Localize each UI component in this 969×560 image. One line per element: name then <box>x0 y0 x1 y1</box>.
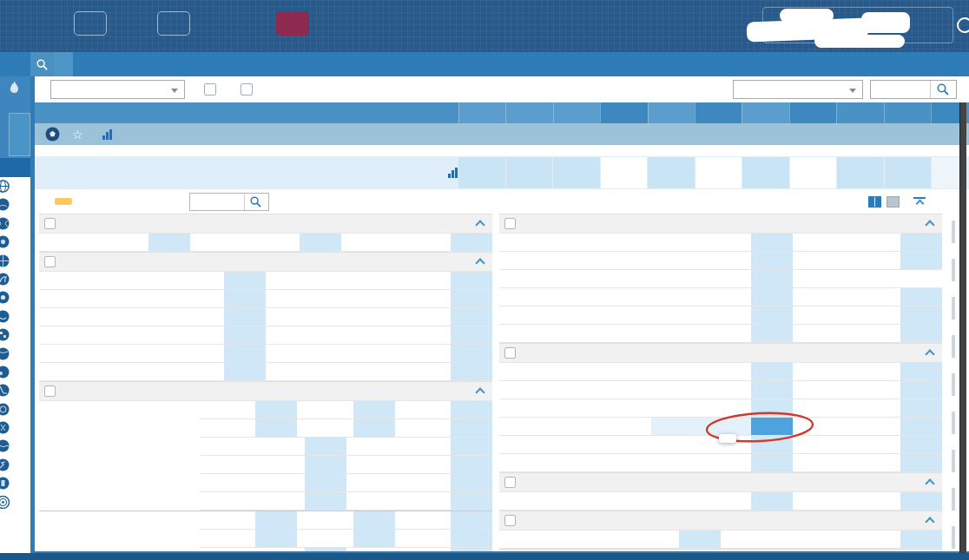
section-checkbox[interactable] <box>504 347 516 359</box>
single-column-view-icon[interactable] <box>887 196 900 208</box>
odd-value[interactable] <box>224 345 266 362</box>
odd-value[interactable] <box>451 456 492 473</box>
odd-value[interactable] <box>255 530 297 547</box>
sidebar-sport-item[interactable] <box>0 381 30 399</box>
odd-value[interactable] <box>224 326 266 344</box>
odd-value[interactable] <box>451 530 492 547</box>
odd-value[interactable] <box>900 363 942 380</box>
collapse-all-icon[interactable] <box>913 197 926 207</box>
period-select[interactable] <box>50 80 185 99</box>
statistics-bars-icon[interactable] <box>448 168 458 178</box>
col-b[interactable] <box>884 102 931 123</box>
star-icon[interactable]: ☆ <box>72 128 83 142</box>
odd-under[interactable] <box>837 157 884 188</box>
section-checkbox[interactable] <box>504 515 516 526</box>
nav-item-score-history[interactable] <box>149 52 168 76</box>
sidebar-sport-item[interactable] <box>0 326 30 344</box>
nav-item-promo[interactable] <box>188 52 207 76</box>
nav-item-results[interactable] <box>111 52 130 76</box>
collapse-section-icon[interactable] <box>475 387 484 397</box>
odd-value[interactable] <box>751 454 793 471</box>
odd-value[interactable] <box>255 419 297 437</box>
odd-1[interactable] <box>458 157 505 188</box>
odd-value[interactable] <box>224 290 266 307</box>
odd-value[interactable] <box>451 272 492 289</box>
nav-search-button[interactable] <box>30 52 54 76</box>
col-2[interactable] <box>553 102 600 123</box>
nav-item-fast-games[interactable] <box>92 52 111 76</box>
sidebar-sport-item[interactable] <box>0 177 30 195</box>
odd-value[interactable] <box>900 288 942 306</box>
odd-value[interactable] <box>900 454 942 471</box>
sidebar-sport-item[interactable] <box>0 214 30 233</box>
col-x[interactable] <box>505 102 552 123</box>
odd-x[interactable] <box>506 157 553 188</box>
nav-item-statistics[interactable] <box>130 52 149 76</box>
sidebar-sport-item[interactable] <box>0 474 30 492</box>
odd-k2[interactable] <box>742 157 789 188</box>
col-k2[interactable] <box>742 102 788 123</box>
col-k1[interactable] <box>648 102 695 123</box>
two-column-view-icon[interactable] <box>868 196 881 208</box>
col-dop[interactable] <box>931 102 962 123</box>
odd-value[interactable] <box>751 399 793 417</box>
odd-value[interactable] <box>353 401 395 418</box>
section-checkbox[interactable] <box>504 477 516 488</box>
markets-scrollbar[interactable] <box>952 221 955 551</box>
market-search-button[interactable] <box>244 194 267 210</box>
odd-value[interactable] <box>451 548 492 551</box>
odd-value[interactable] <box>900 234 942 251</box>
collapse-section-icon[interactable] <box>925 349 934 359</box>
loyalty-program-button[interactable] <box>276 11 309 36</box>
apps-button[interactable] <box>74 11 107 36</box>
odd-value[interactable] <box>451 326 492 344</box>
odd-value[interactable] <box>451 474 492 491</box>
sidebar-sport-item[interactable] <box>0 195 30 214</box>
odd-value[interactable] <box>305 474 346 491</box>
sidebar-favorites[interactable] <box>0 158 30 177</box>
odd-value[interactable] <box>751 252 793 269</box>
odd-over[interactable] <box>885 157 932 188</box>
odd-value[interactable] <box>751 270 793 287</box>
odd-value[interactable] <box>224 363 266 380</box>
current-events-checkbox[interactable] <box>204 83 216 96</box>
odd-value[interactable] <box>751 381 793 399</box>
odd-value[interactable] <box>751 234 793 251</box>
collapse-section-icon[interactable] <box>475 258 484 267</box>
page-scrollbar[interactable] <box>959 102 966 553</box>
nav-item-line[interactable] <box>54 52 73 76</box>
sidebar-sport-item[interactable] <box>0 363 30 381</box>
odd-value[interactable] <box>148 234 190 251</box>
odd-value[interactable] <box>451 308 492 326</box>
odd-value[interactable] <box>751 436 793 453</box>
odd-value[interactable] <box>751 306 793 324</box>
odd-value-selected[interactable] <box>751 418 793 435</box>
collapse-section-icon[interactable] <box>925 478 934 488</box>
odd-value[interactable] <box>900 252 942 269</box>
section-checkbox[interactable] <box>44 256 56 267</box>
col-m[interactable] <box>836 102 883 123</box>
tab-all-outcomes[interactable] <box>55 198 72 205</box>
odd-value[interactable] <box>451 401 492 418</box>
odd-2[interactable] <box>553 157 600 188</box>
sidebar-sport-item[interactable] <box>0 288 30 306</box>
odd-value[interactable] <box>305 492 346 510</box>
odd-value[interactable] <box>353 511 395 529</box>
sort-select[interactable] <box>733 80 863 99</box>
sidebar-sport-item[interactable] <box>0 456 30 474</box>
odd-value[interactable] <box>451 492 492 510</box>
odd-value[interactable] <box>751 492 793 510</box>
odd-value[interactable] <box>900 325 942 342</box>
sidebar-sport-item[interactable] <box>0 270 30 288</box>
odd-value[interactable] <box>224 272 266 289</box>
nav-item-information[interactable] <box>168 52 188 76</box>
hot-events-flame-icon[interactable] <box>8 81 21 99</box>
odd-value[interactable] <box>751 363 793 380</box>
col-f1[interactable] <box>600 102 647 123</box>
odd-value[interactable] <box>451 438 492 455</box>
col-f2[interactable] <box>695 102 742 123</box>
collapse-section-icon[interactable] <box>925 220 934 229</box>
odd-value[interactable] <box>451 419 492 437</box>
sidebar-sport-item[interactable] <box>0 418 30 437</box>
collapse-section-icon[interactable] <box>475 220 484 229</box>
